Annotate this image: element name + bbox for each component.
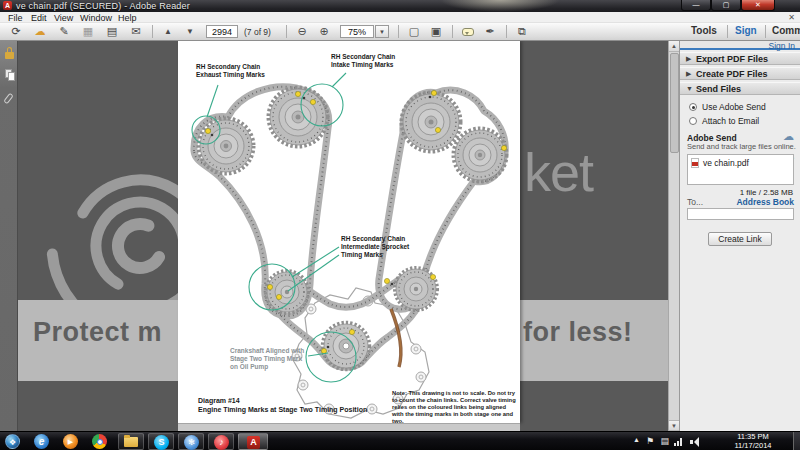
scroll-up-icon[interactable]: ▲ [669,41,679,52]
page-count-label: (7 of 9) [244,27,271,37]
panel-tabs: Tools Sign Comment [679,23,800,41]
document-area: ket Protect m for less! [0,41,679,431]
diagram-caption: Diagram #14Engine Timing Marks at Stage … [198,397,367,414]
cloud-icon[interactable]: ☁ [32,24,48,39]
tray-expand-icon[interactable]: ▲ [633,436,640,443]
chrome-icon[interactable] [92,434,107,449]
attachments-paperclip-icon[interactable] [3,93,14,105]
volume-icon[interactable] [690,437,700,447]
fit-width-icon[interactable]: ▢ [406,24,422,39]
file-meta: 1 file / 2.58 MB [740,188,793,197]
zoom-level-input[interactable] [340,25,374,38]
show-desktop-button[interactable] [793,432,800,450]
maximize-button[interactable]: ▢ [711,0,741,11]
intake-timing-label: RH Secondary ChainIntake Timing Marks [331,53,395,69]
menu-edit[interactable]: Edit [31,13,47,23]
exhaust-timing-label: RH Secondary ChainExhaust Timing Marks [196,63,265,79]
photobucket-watermark-text: ket [524,141,593,203]
adobe-reader-icon: A [247,436,260,449]
menu-help[interactable]: Help [118,13,137,23]
menu-window[interactable]: Window [80,13,112,23]
skype-icon: S [154,435,169,450]
vertical-scrollbar[interactable]: ▲ ▼ [668,41,679,431]
sign-pen-icon[interactable]: ✒ [482,24,498,39]
explorer-taskbar-button[interactable] [118,433,144,450]
scroll-down-icon[interactable]: ▼ [669,420,679,431]
page-gap [178,423,520,431]
save-icon[interactable]: ▦ [80,24,96,39]
device-icon[interactable]: ▤ [660,436,669,446]
recipients-input[interactable] [687,208,794,220]
email-icon[interactable]: ✉ [128,24,144,39]
radio-attach-to-email[interactable] [689,117,697,125]
adobe-reader-icon: A [3,1,12,10]
menu-view[interactable]: View [54,13,73,23]
action-center-flag-icon[interactable]: ⚑ [646,436,654,446]
network-icon[interactable] [674,438,684,446]
radio-attach-to-email-label: Attach to Email [702,116,759,126]
print-icon[interactable]: ▤ [104,24,120,39]
task-pane: Sign In ▶Export PDF Files ▶Create PDF Fi… [679,41,800,431]
scrollbar-thumb[interactable] [670,53,679,153]
comment-bubble-icon[interactable] [462,28,474,36]
fullscreen-icon[interactable]: ⧉ [514,24,530,39]
to-label: To... [687,197,703,207]
zoom-in-icon[interactable]: ⊕ [316,24,332,39]
media-player-icon[interactable]: ▶ [63,434,78,449]
sprockets [199,88,506,369]
section-create-pdf[interactable]: ▶Create PDF Files [680,67,800,80]
close-document-icon[interactable]: ✕ [788,13,795,22]
clock-date: 11/17/2014 [730,442,776,450]
adobe-send-desc: Send and track large files online. [687,142,796,151]
promo-text-left: Protect m [33,317,162,348]
app-taskbar-button[interactable]: ✻ [178,433,204,450]
file-list-box[interactable]: ve chain.pdf [687,154,794,185]
snowflake-icon: ✻ [184,435,199,450]
toolbar: ⟳ ☁ ✎ ▦ ▤ ✉ ▲ ▼ (7 of 9) ⊖ ⊕ ▼ ▢ ▣ ✒ ⧉ [0,23,679,41]
itunes-icon: ♪ [214,435,229,450]
title-bar: A ve chain.pdf (SECURED) - Adobe Reader … [0,0,800,12]
menu-bar: File Edit View Window Help ✕ [0,12,800,23]
tab-sign[interactable]: Sign [735,25,757,36]
radio-use-adobe-send[interactable] [689,103,697,111]
taskbar: ❖ e ▶ S ✻ ♪ A ▲ ⚑ ▤ 11:35 PM 11/17/2014 [0,431,800,450]
radio-use-adobe-send-label: Use Adobe Send [702,102,766,112]
edit-icon[interactable]: ✎ [56,24,72,39]
tab-tools[interactable]: Tools [691,25,717,36]
folder-icon [124,437,138,447]
fit-page-icon[interactable]: ▣ [428,24,444,39]
page-down-icon[interactable]: ▼ [182,24,198,39]
create-link-button[interactable]: Create Link [708,232,772,246]
sign-in-link[interactable]: Sign In [769,41,795,51]
address-book-link[interactable]: Address Book [736,197,794,207]
adobe-reader-taskbar-button[interactable]: A [238,433,268,450]
open-icon[interactable]: ⟳ [8,24,24,39]
sign-in-row: Sign In [680,41,800,50]
diagram-note: Note: This drawing is not to scale. Do n… [392,390,516,425]
page-number-input[interactable] [206,25,238,38]
titlebar-glow [440,0,560,12]
crankshaft-label: Crankshaft Aligned withStage Two Timing … [230,347,304,371]
itunes-taskbar-button[interactable]: ♪ [208,433,234,450]
zoom-out-icon[interactable]: ⊖ [294,24,310,39]
pdf-file-icon [691,158,699,168]
skype-taskbar-button[interactable]: S [148,433,174,450]
pdf-page: RH Secondary ChainExhaust Timing Marks R… [178,41,520,423]
section-send-files[interactable]: ▼Send Files [680,82,800,95]
file-name: ve chain.pdf [703,158,749,168]
intermediate-timing-label: RH Secondary ChainIntermediate Sprocket … [341,235,409,259]
zoom-dropdown-icon[interactable]: ▼ [375,25,389,38]
minimize-button[interactable]: — [681,0,711,11]
promo-text-right: for less! [523,317,633,348]
tab-comment[interactable]: Comment [772,25,800,36]
menu-file[interactable]: File [8,13,23,23]
section-export-pdf[interactable]: ▶Export PDF Files [680,52,800,65]
start-button[interactable]: ❖ [5,434,20,449]
taskbar-clock[interactable]: 11:35 PM 11/17/2014 [730,433,776,450]
desktop: A ve chain.pdf (SECURED) - Adobe Reader … [0,0,800,450]
window-title: ve chain.pdf (SECURED) - Adobe Reader [16,1,190,11]
nav-pane-strip [0,41,18,431]
page-up-icon[interactable]: ▲ [160,24,176,39]
close-button[interactable]: ✕ [741,0,775,11]
internet-explorer-icon[interactable]: e [34,434,49,449]
